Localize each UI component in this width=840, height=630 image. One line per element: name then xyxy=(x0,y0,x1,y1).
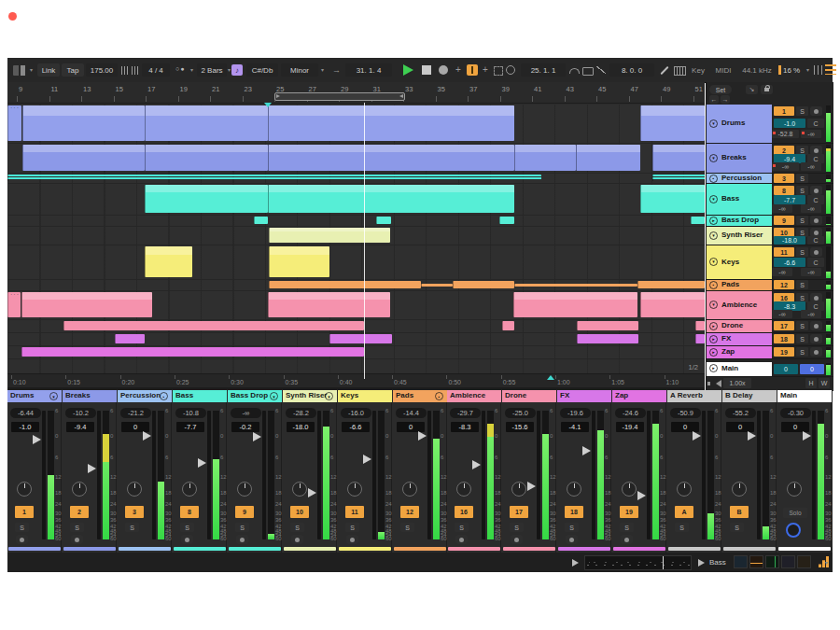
track-lane-synth-riser[interactable] xyxy=(7,227,705,245)
solo-button[interactable]: S xyxy=(455,523,469,532)
track-number-button[interactable]: 17 xyxy=(774,321,794,330)
clip-ambience[interactable] xyxy=(513,292,637,317)
track-number-button[interactable]: 19 xyxy=(774,347,794,357)
solo-button[interactable]: S xyxy=(796,347,808,357)
track-name-cell[interactable]: ▸Bass Drop xyxy=(707,216,772,226)
clip-pads[interactable] xyxy=(269,281,421,288)
device-thumbnail[interactable] xyxy=(781,555,795,568)
gain-readout[interactable]: -∞ xyxy=(801,204,821,213)
gain-readout[interactable]: -∞ xyxy=(801,268,821,276)
window-close-button[interactable] xyxy=(8,12,17,21)
fold-icon[interactable]: ▪ xyxy=(709,175,718,183)
empty-track-area[interactable] xyxy=(7,359,705,374)
midi-map-button[interactable]: MIDI xyxy=(711,63,735,77)
pan-knob[interactable] xyxy=(732,482,747,497)
track-lane-zap[interactable] xyxy=(7,346,705,359)
clip-pads[interactable] xyxy=(514,284,637,287)
punch-out-icon[interactable]: + xyxy=(483,64,488,75)
track-number-button[interactable]: 11 xyxy=(345,506,364,518)
clip-pads[interactable] xyxy=(453,281,514,288)
pan-knob[interactable] xyxy=(677,482,692,497)
peak-level-display[interactable]: -25.0 xyxy=(505,408,536,418)
fader-handle[interactable] xyxy=(308,488,316,497)
clip-breaks[interactable] xyxy=(576,145,640,171)
track-number-button[interactable]: 1 xyxy=(774,106,794,116)
pan-knob[interactable] xyxy=(622,482,637,497)
gain-readout[interactable]: -∞ xyxy=(801,130,821,138)
track-lane-bass[interactable] xyxy=(7,184,705,216)
solo-button[interactable]: S xyxy=(796,247,808,257)
clip-ambience[interactable] xyxy=(268,292,390,317)
clip-breaks[interactable] xyxy=(145,145,268,171)
peak-level-display[interactable]: -10.8 xyxy=(175,408,206,418)
arm-button[interactable] xyxy=(621,535,633,544)
mixer-track-header[interactable]: Keys xyxy=(338,390,392,402)
fold-icon[interactable]: ▾ xyxy=(709,119,718,128)
solo-button[interactable]: S xyxy=(796,216,808,225)
fader-track[interactable] xyxy=(647,411,651,539)
solo-button[interactable]: S xyxy=(70,523,84,532)
track-number-button[interactable]: A xyxy=(675,506,693,518)
loop-length-field[interactable]: 8. 0. 0 xyxy=(609,63,654,77)
time-marker-icon[interactable] xyxy=(547,375,554,380)
clip-pads[interactable] xyxy=(421,284,453,287)
loop-toggle-icon[interactable] xyxy=(506,65,515,75)
clip-bass[interactable] xyxy=(268,185,514,213)
groove-caret-icon[interactable]: ▾ xyxy=(190,67,193,73)
clip-bass[interactable] xyxy=(145,185,268,213)
fader-handle[interactable] xyxy=(418,431,427,441)
fold-icon[interactable]: ▾ xyxy=(709,301,718,309)
lock-icon[interactable] xyxy=(761,85,773,94)
peak-level-display[interactable]: -29.7 xyxy=(450,408,481,418)
key-root-menu[interactable]: C#/Db xyxy=(246,63,278,77)
arm-button[interactable] xyxy=(71,535,83,544)
solo-button[interactable]: S xyxy=(345,523,359,532)
peak-level-display[interactable]: -16.0 xyxy=(341,408,371,418)
fold-icon[interactable]: ▾ xyxy=(325,392,333,400)
clip-ambience[interactable] xyxy=(640,292,705,317)
arm-button[interactable] xyxy=(16,535,28,544)
pan-knob[interactable] xyxy=(237,482,252,497)
loop-brace[interactable] xyxy=(274,92,405,101)
expand-icon[interactable]: ↘ xyxy=(746,85,758,94)
mixer-track-header[interactable]: A Reverb xyxy=(667,390,721,402)
pan-knob[interactable] xyxy=(402,482,417,497)
track-number-button[interactable]: 12 xyxy=(774,280,794,289)
mixer-track-header[interactable]: Percussion▪ xyxy=(118,390,172,402)
fold-icon[interactable]: ▾ xyxy=(709,154,718,162)
mixer-track-header[interactable]: Zap xyxy=(612,390,666,402)
gain-readout[interactable]: -∞ xyxy=(772,310,792,318)
peak-level-display[interactable]: -50.9 xyxy=(670,408,701,418)
panel-track-drone[interactable]: ▸Drone17S xyxy=(707,320,833,333)
fader-track[interactable] xyxy=(372,411,376,539)
clip-breaks[interactable] xyxy=(268,145,514,171)
arm-button[interactable] xyxy=(566,535,578,544)
clip-drums[interactable] xyxy=(145,105,268,141)
fader-handle[interactable] xyxy=(693,431,701,441)
fold-icon[interactable]: ▸ xyxy=(709,364,718,372)
fader-track[interactable] xyxy=(97,411,101,539)
panel-track-keys[interactable]: ▾Keys11S-6.6C-∞-∞ xyxy=(707,245,833,280)
clip-drone[interactable] xyxy=(577,321,638,330)
track-number-button[interactable]: 3 xyxy=(774,174,794,183)
gain-readout[interactable]: -52.8 xyxy=(772,130,799,138)
selection-box-icon[interactable] xyxy=(494,66,503,76)
solo-button[interactable]: S xyxy=(796,186,808,195)
fader-track[interactable] xyxy=(592,411,595,539)
fader-handle[interactable] xyxy=(33,435,41,444)
mixer-track-header[interactable]: Pads▪ xyxy=(393,390,447,402)
solo-button[interactable]: S xyxy=(565,523,579,532)
scale-caret-icon[interactable]: ▾ xyxy=(321,67,324,73)
fader-handle[interactable] xyxy=(582,446,591,455)
time-signature-field[interactable]: 4 / 4 xyxy=(142,63,170,77)
track-number-button[interactable]: B xyxy=(730,506,749,518)
loop-start-marker-icon[interactable] xyxy=(264,103,272,107)
volume-display[interactable]: -15.6 xyxy=(506,422,534,432)
track-lane-percussion[interactable] xyxy=(7,174,705,184)
zoom-height-button[interactable]: H xyxy=(805,378,817,388)
solo-button[interactable]: S xyxy=(510,523,524,532)
fader-handle[interactable] xyxy=(363,455,371,464)
volume-display[interactable]: -8.3 xyxy=(451,422,479,432)
clip-pads[interactable] xyxy=(637,281,705,288)
panel-track-percussion[interactable]: ▪Percussion3S xyxy=(707,174,833,184)
